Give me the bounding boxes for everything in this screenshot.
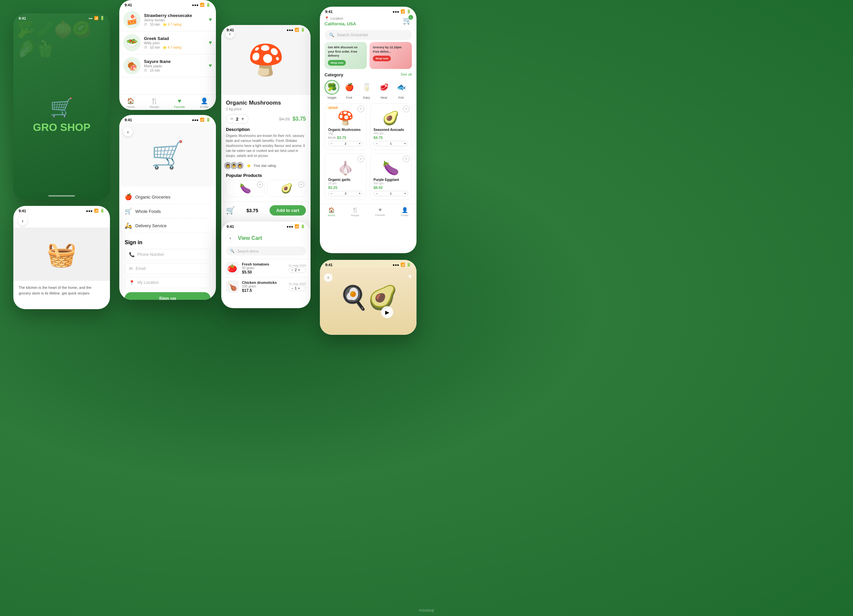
cat-dairy[interactable]: 🥛 Dairy: [359, 80, 374, 99]
promo-card-2[interactable]: Grocery by 12.15pm Free delive... Shop n…: [370, 42, 412, 69]
nav-favorite[interactable]: ♥ Favorite: [174, 98, 185, 109]
menu-delivery[interactable]: 🛵 Delivery Service: [124, 218, 211, 233]
cart-item-1[interactable]: 🍅 Fresh tomatoes 50 gram $5.50 31 may 20…: [221, 259, 311, 277]
recipe-back-button[interactable]: ‹: [324, 273, 332, 282]
menu-organic-groceries[interactable]: 🍎 Organic Groceries: [124, 190, 211, 204]
location-field[interactable]: 📍 My Location: [124, 277, 211, 288]
prod-qty-inc-4[interactable]: +: [404, 192, 406, 195]
popular-add-2[interactable]: +: [298, 182, 304, 188]
signin-back-button[interactable]: ‹: [123, 127, 133, 137]
store-search-icon: 🔍: [329, 33, 334, 37]
food-item-2[interactable]: 🥗 Greek Salad Willy john 10 min ⭐ 4.7 ra…: [119, 31, 216, 54]
quantity-control[interactable]: − 2 +: [226, 114, 249, 124]
menu-list: 🍎 Organic Groceries 🛒 Whole Foods 🛵 Deli…: [119, 187, 216, 236]
store-search-bar[interactable]: 🔍 Search Groceries: [325, 30, 412, 40]
cart-back-button[interactable]: ‹: [226, 234, 235, 243]
prod-qty-control-3[interactable]: − 3 +: [328, 191, 363, 196]
add-to-cart-button[interactable]: Add to cart: [270, 205, 306, 215]
cart-footer-icon[interactable]: 🛒: [226, 206, 235, 215]
add-product-3[interactable]: +: [358, 156, 364, 162]
cart-screen: 9:41 ●●● 📶 🔋 ‹ View Cart 🔍 Search items …: [221, 222, 311, 308]
cat-fish[interactable]: 🐟 Fish: [394, 80, 408, 99]
popular-card-1[interactable]: + 🍆: [226, 180, 264, 197]
promo-shop-btn-2[interactable]: Shop now: [373, 56, 391, 61]
cat-meat[interactable]: 🥩 Meat: [376, 80, 391, 99]
recipe-heart-button[interactable]: ♥: [408, 273, 412, 280]
prod-qty-dec-2[interactable]: −: [376, 142, 378, 145]
prod-price-new-2: $4.75: [373, 136, 383, 140]
store-nav-favorite[interactable]: ♥ Favorite: [375, 207, 385, 217]
popular-add-1[interactable]: +: [257, 182, 263, 188]
cart-item-2[interactable]: 🍗 Chicken drumsticks 100 gram $17.5 31 m…: [221, 277, 311, 296]
prod-qty-control-1[interactable]: − 2 +: [328, 141, 363, 146]
prod-qty-inc-2[interactable]: +: [404, 142, 406, 145]
cart-qty-1[interactable]: − 2 +: [288, 267, 306, 273]
profile-icon: 👤: [200, 97, 208, 105]
cart-qty-2[interactable]: − 1 +: [288, 285, 306, 291]
prod-emoji-1: 🍄: [328, 110, 363, 126]
food-author-2: Willy john: [144, 41, 206, 45]
add-product-2[interactable]: +: [403, 106, 410, 112]
heart-btn-2[interactable]: ♥: [209, 39, 212, 46]
recipe-play-button[interactable]: ▶: [381, 306, 393, 318]
store-nav-recipe[interactable]: 🍴 Recipe: [351, 207, 359, 217]
search-icon: 🔍: [230, 249, 235, 253]
cart-qty-inc-1[interactable]: +: [298, 268, 300, 272]
cat-veggie[interactable]: 🥦 Veggie: [325, 80, 339, 99]
store-nav-profile[interactable]: 👤 Profile: [401, 207, 408, 217]
cart-qty-dec-1[interactable]: −: [291, 268, 294, 272]
prod-qty-dec-3[interactable]: −: [331, 192, 332, 195]
heart-btn-3[interactable]: ♥: [209, 63, 212, 68]
store-product-3[interactable]: + 🧄 Organic garlic 25 gm. $3.25 − 3 +: [325, 153, 367, 200]
qty-increase[interactable]: +: [241, 116, 244, 122]
cat-circle-dairy: 🥛: [359, 80, 374, 95]
qty-decrease[interactable]: −: [230, 116, 233, 122]
menu-whole-foods[interactable]: 🛒 Whole Foods: [124, 204, 211, 218]
add-product-4[interactable]: +: [403, 156, 410, 162]
cart-search-bar[interactable]: 🔍 Search items: [226, 247, 306, 255]
food-thumb-3: 🍖: [123, 57, 141, 74]
product-title: Organic Mushrooms: [226, 100, 306, 106]
store-product-4[interactable]: + 🍆 Purple Eggplant 500 gm. $8.92 − 1 +: [370, 153, 412, 200]
prod-qty-control-4[interactable]: − 1 +: [373, 191, 408, 196]
prod-qty-inc-1[interactable]: +: [359, 142, 361, 145]
prod-qty-dec-4[interactable]: −: [376, 192, 378, 195]
email-field[interactable]: ✉ Email: [124, 263, 211, 274]
cart-qty-dec-2[interactable]: −: [291, 287, 294, 290]
nav-recipe[interactable]: 🍴 Recipe: [150, 97, 159, 109]
prod-qty-dec-1[interactable]: −: [331, 142, 332, 145]
basket-back-button[interactable]: ‹: [18, 216, 27, 226]
qty-value: 2: [236, 117, 238, 121]
store-signal: ●●●: [393, 10, 399, 14]
prod-qty-inc-3[interactable]: +: [359, 192, 361, 195]
fav-time: 9:41: [124, 3, 132, 7]
nav-home[interactable]: 🏠 Home: [127, 97, 135, 109]
heart-btn-1[interactable]: ♥: [209, 17, 212, 23]
signal-icon: ▪▪▪: [89, 16, 93, 20]
cart-qty-val-1: 2: [295, 268, 297, 272]
prod-qty-control-2[interactable]: − 1 +: [373, 141, 408, 146]
signin-time: 9:41: [124, 118, 132, 122]
category-row: 🥦 Veggie 🍎 Fruit 🥛 Dairy 🥩 Meat 🐟 Fish: [325, 80, 412, 99]
add-product-1[interactable]: +: [358, 106, 364, 112]
nav-profile[interactable]: 👤 Profile: [200, 97, 209, 109]
store-cart-button[interactable]: 🛒 1: [403, 16, 412, 25]
see-all-link[interactable]: See all: [401, 72, 412, 77]
store-nav-home[interactable]: 🏠 Home: [328, 207, 335, 217]
cart-item-weight-1: 50 gram: [242, 266, 285, 270]
cart-qty-inc-2[interactable]: +: [298, 287, 300, 290]
popular-card-2[interactable]: + 🥑: [267, 180, 306, 197]
cart-item-date-1: 31 may 2023: [288, 264, 306, 267]
store-search-placeholder: Search Groceries: [337, 33, 368, 37]
promo-card-1[interactable]: Get 40% discount on your first order. Fr…: [325, 42, 367, 69]
food-item-3[interactable]: 🍖 Sayure Ikane Mark paplo 15 min ♥: [119, 54, 216, 77]
signup-button[interactable]: Sign up: [124, 292, 211, 300]
promo-shop-btn-1[interactable]: Shop now: [328, 60, 346, 66]
phone-field[interactable]: 📞 Phone Number: [124, 249, 211, 260]
cat-fruit[interactable]: 🍎 Fruit: [342, 80, 357, 99]
store-product-1[interactable]: 10%off + 🍄 Organic Mushrooms 1kg. $4.29 …: [325, 103, 367, 150]
basket-signal: ●●●: [86, 209, 93, 213]
cat-circle-meat: 🥩: [376, 80, 391, 95]
store-product-2[interactable]: + 🥑 Seasoned Avocado 450 gm. $4.75 − 1 +: [370, 103, 412, 150]
food-item-1[interactable]: 🍰 Strawberry cheesecake Jenny loman 10 m…: [119, 8, 216, 31]
